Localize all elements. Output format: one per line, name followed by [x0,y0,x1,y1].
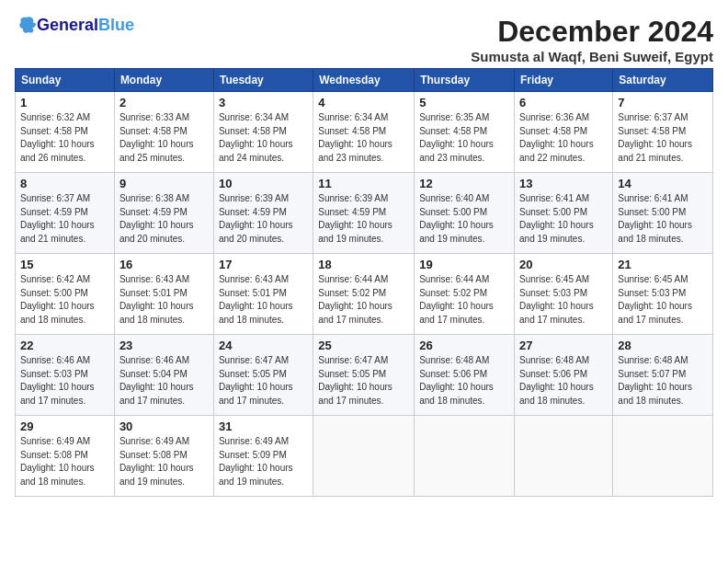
day-number: 14 [618,177,708,190]
day-number: 20 [519,258,608,271]
day-number: 12 [419,177,509,190]
calendar-day-cell [313,416,415,497]
calendar-week-row: 1Sunrise: 6:32 AM Sunset: 4:58 PM Daylig… [16,92,713,173]
day-number: 23 [119,339,209,352]
day-number: 17 [219,258,308,271]
day-number: 18 [318,258,409,271]
day-info: Sunrise: 6:41 AM Sunset: 5:00 PM Dayligh… [519,192,608,246]
day-info: Sunrise: 6:45 AM Sunset: 5:03 PM Dayligh… [519,273,608,327]
calendar-day-cell: 7Sunrise: 6:37 AM Sunset: 4:58 PM Daylig… [613,92,713,173]
day-number: 4 [318,96,409,109]
calendar-day-cell: 11Sunrise: 6:39 AM Sunset: 4:59 PM Dayli… [313,173,415,254]
logo-general-text: General [37,16,98,34]
day-info: Sunrise: 6:33 AM Sunset: 4:58 PM Dayligh… [119,111,209,165]
calendar-day-cell: 1Sunrise: 6:32 AM Sunset: 4:58 PM Daylig… [16,92,115,173]
day-info: Sunrise: 6:36 AM Sunset: 4:58 PM Dayligh… [519,111,608,165]
day-number: 1 [20,96,109,109]
day-info: Sunrise: 6:49 AM Sunset: 5:09 PM Dayligh… [219,435,308,488]
calendar-day-cell: 24Sunrise: 6:47 AM Sunset: 5:05 PM Dayli… [213,335,313,416]
weekday-header-cell: Tuesday [213,69,313,92]
weekday-header-cell: Monday [114,69,213,92]
calendar-day-cell: 17Sunrise: 6:43 AM Sunset: 5:01 PM Dayli… [213,254,313,335]
calendar-day-cell [515,416,613,497]
month-title: December 2024 [471,15,713,49]
calendar-day-cell [613,416,713,497]
day-info: Sunrise: 6:42 AM Sunset: 5:00 PM Dayligh… [20,273,109,327]
title-block: December 2024 Sumusta al Waqf, Beni Suwe… [471,15,713,64]
calendar-week-row: 29Sunrise: 6:49 AM Sunset: 5:08 PM Dayli… [16,416,713,497]
day-info: Sunrise: 6:47 AM Sunset: 5:05 PM Dayligh… [219,354,308,408]
day-number: 9 [119,177,209,190]
day-number: 6 [519,96,608,109]
weekday-header-cell: Thursday [415,69,515,92]
day-info: Sunrise: 6:39 AM Sunset: 4:59 PM Dayligh… [219,192,308,246]
calendar-day-cell: 31Sunrise: 6:49 AM Sunset: 5:09 PM Dayli… [213,416,313,497]
calendar-day-cell: 28Sunrise: 6:48 AM Sunset: 5:07 PM Dayli… [613,335,713,416]
day-info: Sunrise: 6:44 AM Sunset: 5:02 PM Dayligh… [419,273,509,327]
calendar-day-cell: 13Sunrise: 6:41 AM Sunset: 5:00 PM Dayli… [515,173,613,254]
day-info: Sunrise: 6:41 AM Sunset: 5:00 PM Dayligh… [618,192,708,246]
day-number: 28 [618,339,708,352]
day-number: 24 [219,339,308,352]
day-number: 31 [219,419,308,433]
day-number: 2 [119,96,209,109]
day-number: 7 [618,96,708,109]
day-info: Sunrise: 6:47 AM Sunset: 5:05 PM Dayligh… [318,354,409,408]
day-info: Sunrise: 6:49 AM Sunset: 5:08 PM Dayligh… [119,435,209,488]
day-number: 3 [219,96,308,109]
day-info: Sunrise: 6:46 AM Sunset: 5:03 PM Dayligh… [20,354,109,408]
calendar-day-cell: 22Sunrise: 6:46 AM Sunset: 5:03 PM Dayli… [16,335,115,416]
calendar-day-cell: 25Sunrise: 6:47 AM Sunset: 5:05 PM Dayli… [313,335,415,416]
day-info: Sunrise: 6:35 AM Sunset: 4:58 PM Dayligh… [419,111,509,165]
day-info: Sunrise: 6:43 AM Sunset: 5:01 PM Dayligh… [219,273,308,327]
day-number: 25 [318,339,409,352]
calendar-day-cell: 27Sunrise: 6:48 AM Sunset: 5:06 PM Dayli… [515,335,613,416]
logo-bird-icon [17,15,37,35]
day-info: Sunrise: 6:48 AM Sunset: 5:06 PM Dayligh… [419,354,509,408]
day-info: Sunrise: 6:32 AM Sunset: 4:58 PM Dayligh… [20,111,109,165]
day-number: 26 [419,339,509,352]
calendar-day-cell: 10Sunrise: 6:39 AM Sunset: 4:59 PM Dayli… [213,173,313,254]
day-number: 8 [20,177,109,190]
weekday-header-cell: Wednesday [313,69,415,92]
day-number: 11 [318,177,409,190]
location-title: Sumusta al Waqf, Beni Suweif, Egypt [471,49,713,64]
day-info: Sunrise: 6:46 AM Sunset: 5:04 PM Dayligh… [119,354,209,408]
day-info: Sunrise: 6:48 AM Sunset: 5:06 PM Dayligh… [519,354,608,408]
calendar-day-cell [415,416,515,497]
calendar-week-row: 15Sunrise: 6:42 AM Sunset: 5:00 PM Dayli… [16,254,713,335]
calendar-day-cell: 12Sunrise: 6:40 AM Sunset: 5:00 PM Dayli… [415,173,515,254]
weekday-header-cell: Sunday [16,69,115,92]
day-number: 13 [519,177,608,190]
day-info: Sunrise: 6:37 AM Sunset: 4:58 PM Dayligh… [618,111,708,165]
day-info: Sunrise: 6:45 AM Sunset: 5:03 PM Dayligh… [618,273,708,327]
calendar-day-cell: 6Sunrise: 6:36 AM Sunset: 4:58 PM Daylig… [515,92,613,173]
calendar-day-cell: 21Sunrise: 6:45 AM Sunset: 5:03 PM Dayli… [613,254,713,335]
day-number: 29 [20,419,109,433]
calendar-week-row: 22Sunrise: 6:46 AM Sunset: 5:03 PM Dayli… [16,335,713,416]
calendar-day-cell: 18Sunrise: 6:44 AM Sunset: 5:02 PM Dayli… [313,254,415,335]
calendar-day-cell: 9Sunrise: 6:38 AM Sunset: 4:59 PM Daylig… [114,173,213,254]
calendar-day-cell: 14Sunrise: 6:41 AM Sunset: 5:00 PM Dayli… [613,173,713,254]
day-number: 15 [20,258,109,271]
day-info: Sunrise: 6:34 AM Sunset: 4:58 PM Dayligh… [219,111,308,165]
day-number: 19 [419,258,509,271]
day-info: Sunrise: 6:39 AM Sunset: 4:59 PM Dayligh… [318,192,409,246]
calendar-week-row: 8Sunrise: 6:37 AM Sunset: 4:59 PM Daylig… [16,173,713,254]
day-info: Sunrise: 6:44 AM Sunset: 5:02 PM Dayligh… [318,273,409,327]
day-number: 27 [519,339,608,352]
day-info: Sunrise: 6:38 AM Sunset: 4:59 PM Dayligh… [119,192,209,246]
calendar-day-cell: 30Sunrise: 6:49 AM Sunset: 5:08 PM Dayli… [114,416,213,497]
day-number: 5 [419,96,509,109]
day-info: Sunrise: 6:40 AM Sunset: 5:00 PM Dayligh… [419,192,509,246]
day-number: 16 [119,258,209,271]
page-header: GeneralBlue December 2024 Sumusta al Waq… [15,15,713,64]
day-number: 30 [119,419,209,433]
calendar-day-cell: 26Sunrise: 6:48 AM Sunset: 5:06 PM Dayli… [415,335,515,416]
day-info: Sunrise: 6:43 AM Sunset: 5:01 PM Dayligh… [119,273,209,327]
calendar-day-cell: 29Sunrise: 6:49 AM Sunset: 5:08 PM Dayli… [16,416,115,497]
day-number: 10 [219,177,308,190]
day-info: Sunrise: 6:48 AM Sunset: 5:07 PM Dayligh… [618,354,708,408]
weekday-header-cell: Friday [515,69,613,92]
day-number: 22 [20,339,109,352]
